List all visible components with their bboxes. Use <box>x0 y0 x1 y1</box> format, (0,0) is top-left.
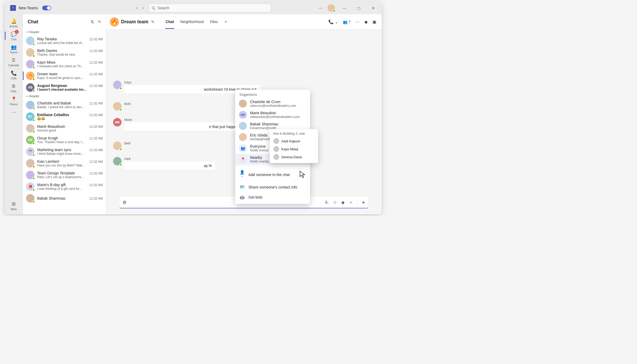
popup-header: Suggestions <box>235 90 310 98</box>
person-add-icon: 👤⁺ <box>239 170 245 179</box>
svg-point-0 <box>152 6 154 9</box>
nearby-flyout: Also in Building 3, now Aadi KapoorKayo … <box>270 129 318 163</box>
chat-list-item[interactable]: Ray Tanaka11:32 AMLouisa will send the i… <box>23 35 106 47</box>
search-icon <box>152 6 156 10</box>
window-minimize[interactable]: ― <box>340 6 349 10</box>
rail-calls[interactable]: 📞 Calls <box>6 68 22 81</box>
new-teams-toggle[interactable] <box>42 6 51 10</box>
chat-panel-title: Chat <box>28 19 38 25</box>
rail-places[interactable]: 📍 Places <box>6 94 22 107</box>
tab-files[interactable]: Files <box>207 15 221 29</box>
tab-chat[interactable]: Chat <box>162 15 177 29</box>
rail-activity[interactable]: 🔔 Activity <box>6 16 22 29</box>
chat-list-item[interactable]: Beth Davies11:32 AMThanks, that would be… <box>23 47 106 58</box>
app-title: New Teams <box>19 6 38 10</box>
format-icon[interactable]: Aᵢ <box>325 200 329 205</box>
chat-list-item[interactable]: 🎁Marie's B-day gift11:32 AMI was thinkin… <box>23 181 106 192</box>
suggestion-action[interactable]: 👤⁺Add someone to the chat <box>235 167 310 182</box>
search-placeholder: Search <box>158 6 169 10</box>
plus-icon[interactable]: ＋ <box>349 200 353 205</box>
conv-more-icon[interactable] <box>355 19 360 24</box>
msg-sender: Aadi <box>124 157 215 161</box>
suggestion-item[interactable]: MBMarie Beaudoinmbeaudoin@northwindtrade… <box>235 109 310 120</box>
nearby-person[interactable]: Serena Davis <box>273 153 315 161</box>
msg-sender: Beth <box>124 142 131 145</box>
user-avatar[interactable] <box>328 4 335 12</box>
nearby-person[interactable]: Aadi Kapoor <box>273 137 315 145</box>
nearby-person[interactable]: Kayo Miwa <box>273 145 315 153</box>
send-icon[interactable]: ➤ <box>362 200 365 205</box>
conversation-title: Dream team <box>121 19 148 25</box>
chat-section-header[interactable]: ▾Header <box>23 93 106 99</box>
apps-icon: ⊞ <box>11 201 17 207</box>
chat-list-item[interactable]: ECEmiliano Ceballos11:32 AM😂😂 <box>23 111 106 122</box>
rail-files[interactable]: 🗎 Files <box>6 81 22 94</box>
tab-neighborhood[interactable]: Neighborhood <box>177 15 207 29</box>
app-rail: 🔔 Activity 💬1 Chat 👥 Teams 🗓 Calendar 📞 … <box>5 14 23 214</box>
window-close[interactable]: ✕ <box>368 6 378 10</box>
tab-add[interactable]: ＋ <box>221 15 231 29</box>
forward-button[interactable]: › <box>142 6 144 10</box>
participants-button[interactable]: 👥 7 <box>343 20 351 24</box>
chat-list-item[interactable]: 🔥Dream team11:32 AMKayo: It would be gre… <box>23 70 106 82</box>
presence-dot <box>333 10 335 12</box>
window-maximize[interactable]: ▢ <box>354 6 364 10</box>
rail-apps[interactable]: ⊞ Apps <box>6 199 22 212</box>
rail-teams[interactable]: 👥 Teams <box>6 42 22 55</box>
chat-list-panel: Chat ⇅ ✎ ▾HeaderRay Tanaka11:32 AMLouisa… <box>23 14 106 214</box>
rail-more[interactable] <box>6 107 22 116</box>
bell-icon: 🔔 <box>11 18 17 24</box>
search-input[interactable]: Search <box>149 4 271 12</box>
bot-icon: 🤖 <box>239 195 245 200</box>
chat-section-header[interactable]: ▾Header <box>23 29 106 35</box>
titlebar: T New Teams ‹ › Search ― ▢ ✕ <box>5 2 382 14</box>
group-avatar: 🔥 <box>110 17 119 27</box>
chat-list-item[interactable]: OKOscar Krogh11:32 AMYou: Thanks! Have a… <box>23 134 106 146</box>
conversation-header: 🔥 Dream team ✎ Chat Neighborhood Files ＋… <box>106 14 382 30</box>
phone-icon: 📞 <box>11 70 17 76</box>
chat-list-item[interactable]: 📅Marketing team sync11:32 AMI think Baba… <box>23 146 106 157</box>
pin-icon: 📍 <box>11 96 17 102</box>
back-button[interactable]: ‹ <box>136 6 137 10</box>
calendar-icon: 🗓 <box>11 57 17 63</box>
contact-card-icon: 🪪 <box>239 185 245 190</box>
suggestion-action[interactable]: 🤖Get bots <box>235 192 310 202</box>
unread-badge: 1 <box>15 30 19 34</box>
loop-icon[interactable]: ◆ <box>341 200 345 205</box>
chat-list-item[interactable]: Marie Beaudouin11:32 AMSounds good <box>23 122 106 134</box>
people-icon: 👥 <box>11 44 17 50</box>
chat-list-item[interactable]: Kayo Miwa11:32 AMI reviewed with the cli… <box>23 58 106 70</box>
rail-calendar[interactable]: 🗓 Calendar <box>6 55 22 68</box>
new-chat-icon[interactable]: ✎ <box>98 19 101 24</box>
emoji-icon[interactable]: ☺ <box>333 200 337 205</box>
chat-list-item[interactable]: Kian Lambert11:32 AMHave you run this by… <box>23 157 106 169</box>
teams-logo: T <box>10 5 16 11</box>
msg-bubble: ay hi <box>124 161 215 170</box>
conversation-pane: 🔥 Dream team ✎ Chat Neighborhood Files ＋… <box>106 14 382 214</box>
chat-list-item[interactable]: Team Design Template11:32 AMReta: Let's … <box>23 169 106 181</box>
more-icon <box>11 109 17 115</box>
edit-title-icon[interactable]: ✎ <box>151 19 154 24</box>
msg-sender: Kayo <box>124 81 261 84</box>
chat-list-item[interactable]: ABAugust Bergman11:32 AMI haven't checke… <box>23 82 106 93</box>
copilot-icon[interactable]: ◆ <box>364 19 368 24</box>
chat-list-item[interactable]: Babak Shammas11:32 AM <box>23 192 106 204</box>
file-icon: 🗎 <box>11 83 17 89</box>
call-button[interactable]: 📞 ⌄ <box>328 19 338 24</box>
suggestion-action[interactable]: 🪪Share someone's contact info <box>235 182 310 192</box>
filter-icon[interactable]: ⇅ <box>91 19 94 24</box>
cursor-pointer <box>299 171 306 179</box>
suggestion-item[interactable]: Charlotte de Crumcdecrum@northwindtrader… <box>235 98 310 109</box>
msg-sender: Beth <box>124 102 131 106</box>
open-panel-icon[interactable]: ▣ <box>372 19 376 24</box>
flyout-title: Also in Building 3, now <box>273 132 315 135</box>
settings-more-icon[interactable] <box>318 6 323 11</box>
chat-icon: 💬1 <box>11 31 17 37</box>
chat-list-item[interactable]: Charlotte and Babak11:32 AMBabak: I aske… <box>23 99 106 111</box>
rail-chat[interactable]: 💬1 Chat <box>6 29 22 42</box>
svg-line-1 <box>154 9 155 10</box>
